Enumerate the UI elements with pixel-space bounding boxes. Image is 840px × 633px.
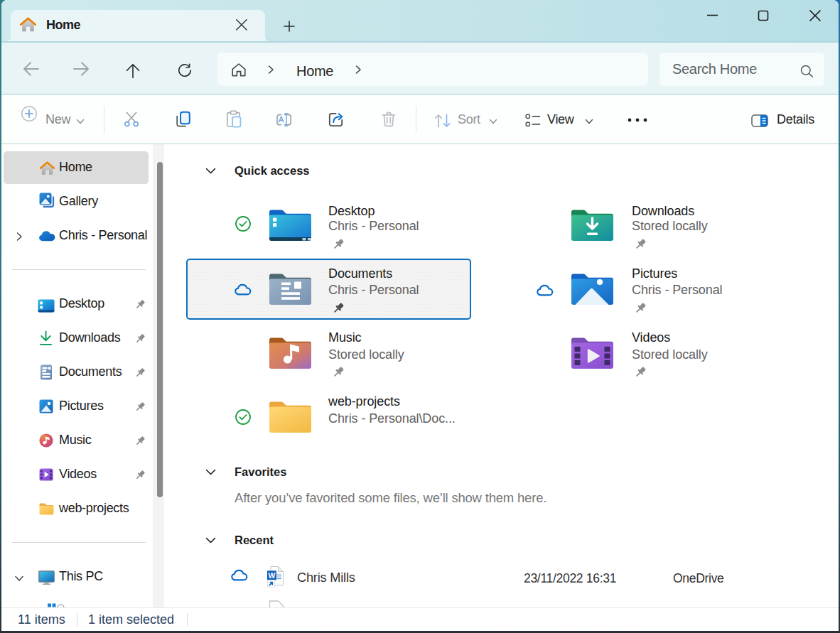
svg-text:W: W bbox=[269, 571, 276, 580]
